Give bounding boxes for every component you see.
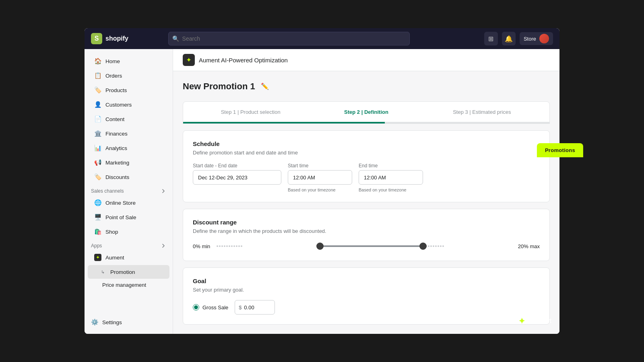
- content-icon: 📄: [94, 115, 101, 123]
- end-time-input[interactable]: [359, 170, 423, 185]
- step-definition[interactable]: Step 2 | Definition: [308, 103, 424, 121]
- steps-header: Step 1 | Product selection Step 2 | Defi…: [183, 102, 549, 122]
- sidebar-item-orders[interactable]: 📋 Orders: [88, 69, 169, 82]
- apps-label: Apps: [91, 243, 102, 249]
- sidebar: 🏠 Home 📋 Orders 🏷️ Products 👤 Customers …: [85, 49, 173, 334]
- marketing-icon: 📢: [94, 159, 101, 166]
- sidebar-item-online-store[interactable]: 🌐 Online Store: [88, 196, 169, 210]
- orders-icon: 📋: [94, 72, 101, 79]
- gross-sale-option[interactable]: Gross Sale: [193, 304, 228, 311]
- schedule-title: Schedule: [193, 140, 540, 147]
- aument-nav-icon: ✦: [94, 254, 101, 261]
- sidebar-item-shop[interactable]: 🛍️ Shop: [88, 225, 169, 239]
- range-min-label: 0% min: [193, 243, 210, 249]
- date-field-group: Start date - End date: [193, 163, 281, 185]
- end-time-field-group: End time Based on your timezone: [359, 163, 423, 192]
- sales-channels-section: Sales channels: [85, 184, 173, 195]
- sidebar-item-price-management-label: Price management: [102, 282, 146, 288]
- step-1-label: Step 1 | Product selection: [221, 109, 281, 115]
- schedule-fields: Start date - End date Start time Based o…: [193, 163, 540, 192]
- gross-sale-label: Gross Sale: [202, 304, 228, 311]
- aument-wm-icon: ✦: [518, 316, 525, 326]
- sidebar-item-promotion[interactable]: ↳ Promotion: [88, 265, 169, 279]
- range-fill: [320, 245, 423, 247]
- search-bar: 🔍: [168, 32, 410, 45]
- edit-title-button[interactable]: ✏️: [259, 81, 270, 92]
- start-time-field-group: Start time Based on your timezone: [288, 163, 352, 192]
- products-icon: 🏷️: [94, 86, 101, 94]
- sidebar-item-discounts[interactable]: 🏷️ Discounts: [88, 170, 169, 184]
- discounts-icon: 🏷️: [94, 173, 101, 181]
- sidebar-item-home-label: Home: [105, 58, 120, 64]
- sidebar-item-home[interactable]: 🏠 Home: [88, 54, 169, 68]
- sidebar-item-content-label: Content: [105, 116, 124, 122]
- settings-label: Settings: [102, 319, 122, 325]
- start-time-hint: Based on your timezone: [288, 187, 352, 192]
- step-estimated-prices[interactable]: Step 3 | Estimated prices: [424, 103, 540, 121]
- amount-input-wrap: $: [235, 300, 275, 315]
- sidebar-item-point-of-sale[interactable]: 🖥️ Point of Sale: [88, 210, 169, 224]
- shopify-logo: S shopify: [91, 33, 128, 44]
- aument-watermark: ✦ aument: [518, 316, 551, 326]
- end-time-hint: Based on your timezone: [359, 187, 423, 192]
- sidebar-item-products[interactable]: 🏷️ Products: [88, 83, 169, 97]
- goal-card: Goal Set your primary goal. Gross Sale $: [183, 267, 550, 325]
- goal-row: Gross Sale $: [193, 300, 540, 315]
- step-product-selection[interactable]: Step 1 | Product selection: [193, 103, 308, 121]
- sidebar-item-online-store-label: Online Store: [105, 200, 136, 206]
- main-layout: 🏠 Home 📋 Orders 🏷️ Products 👤 Customers …: [85, 49, 559, 334]
- customers-icon: 👤: [94, 101, 101, 108]
- store-button[interactable]: Store: [520, 32, 553, 45]
- search-input[interactable]: [168, 32, 410, 45]
- sidebar-item-finances[interactable]: 🏛️ Finances: [88, 127, 169, 140]
- page-title: New Promotion 1: [183, 81, 255, 92]
- date-field-label: Start date - End date: [193, 163, 281, 169]
- sidebar-item-shop-label: Shop: [105, 229, 118, 235]
- notifications-button[interactable]: 🔔: [502, 32, 516, 45]
- currency-prefix: $: [239, 304, 242, 311]
- page-title-row: New Promotion 1 ✏️: [183, 81, 550, 92]
- range-dots-right: [423, 245, 512, 247]
- home-icon: 🏠: [94, 58, 101, 65]
- store-avatar: [539, 34, 549, 43]
- sidebar-item-marketing[interactable]: 📢 Marketing: [88, 156, 169, 169]
- date-range-input[interactable]: [193, 170, 281, 185]
- aument-wm-text: aument: [528, 317, 551, 325]
- chevron-right-icon: [161, 188, 166, 194]
- range-slider-container[interactable]: [217, 241, 511, 251]
- promotions-side-tab-container: Promotions: [545, 157, 559, 205]
- step-3-label: Step 3 | Estimated prices: [453, 109, 511, 115]
- sidebar-item-analytics[interactable]: 📊 Analytics: [88, 141, 169, 155]
- step-2-label: Step 2 | Definition: [344, 109, 388, 115]
- schedule-subtitle: Define promotion start and end date and …: [193, 150, 540, 156]
- online-store-icon: 🌐: [94, 199, 101, 206]
- apps-section: Apps: [85, 239, 173, 250]
- steps-progress-fill: [183, 122, 385, 123]
- schedule-card: Schedule Define promotion start and end …: [183, 130, 550, 202]
- apps-chevron-icon: [161, 243, 166, 249]
- gross-sale-radio[interactable]: [193, 304, 199, 311]
- apps-icon-button[interactable]: ⊞: [484, 32, 498, 45]
- aument-header: ✦ Aument AI-Powered Optimization: [173, 49, 559, 71]
- sidebar-item-price-management[interactable]: Price management: [88, 280, 169, 290]
- start-time-input[interactable]: [288, 170, 352, 185]
- page-content: New Promotion 1 ✏️ Step 1 | Product sele…: [173, 71, 559, 334]
- sidebar-item-aument[interactable]: ✦ Aument: [88, 251, 169, 264]
- sidebar-item-customers-label: Customers: [105, 102, 132, 108]
- range-thumb-right[interactable]: [419, 243, 427, 250]
- store-label: Store: [524, 36, 536, 42]
- sidebar-settings[interactable]: ⚙️ Settings: [85, 315, 173, 329]
- sidebar-item-promotion-label: Promotion: [110, 269, 135, 275]
- sidebar-item-content[interactable]: 📄 Content: [88, 112, 169, 126]
- range-thumb-left[interactable]: [316, 243, 324, 250]
- range-max-label: 20% max: [518, 243, 540, 249]
- sidebar-item-finances-label: Finances: [105, 131, 128, 137]
- sidebar-item-discounts-label: Discounts: [105, 174, 129, 180]
- sales-channels-label: Sales channels: [91, 188, 124, 194]
- steps-bar: Step 1 | Product selection Step 2 | Defi…: [183, 101, 550, 124]
- promotions-side-tab[interactable]: Promotions: [537, 143, 559, 157]
- topbar-right: ⊞ 🔔 Store: [484, 32, 553, 45]
- shop-icon: 🛍️: [94, 228, 101, 235]
- sidebar-item-pos-label: Point of Sale: [105, 214, 136, 220]
- sidebar-item-customers[interactable]: 👤 Customers: [88, 98, 169, 111]
